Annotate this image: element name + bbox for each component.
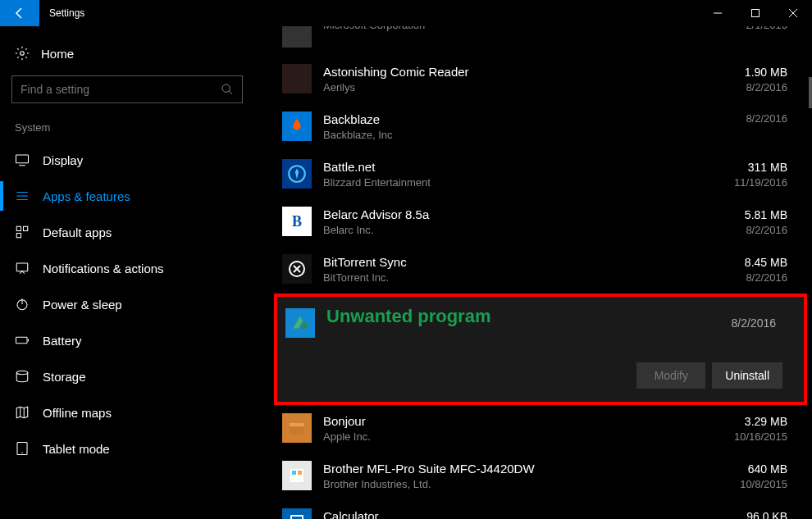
modify-button: Modify <box>636 362 705 389</box>
app-size: 640 MB <box>700 461 787 477</box>
app-icon <box>282 508 312 519</box>
sidebar-item-label: Tablet mode <box>43 442 110 456</box>
power-icon <box>15 297 30 312</box>
svg-rect-1 <box>752 10 760 17</box>
svg-rect-31 <box>298 471 302 475</box>
sidebar-item-label: Battery <box>43 334 82 348</box>
app-row[interactable]: Astonishing Comic ReaderAerilys1.90 MB8/… <box>282 56 807 103</box>
svg-point-20 <box>16 371 28 375</box>
sidebar-item-display[interactable]: Display <box>11 142 243 178</box>
sidebar-item-tablet-mode[interactable]: Tablet mode <box>11 430 243 467</box>
sidebar-item-storage[interactable]: Storage <box>11 358 243 394</box>
sidebar-item-label: Storage <box>43 370 86 384</box>
app-name: Astonishing Comic Reader <box>323 64 700 80</box>
app-size: 1.90 MB <box>700 64 787 80</box>
app-name: Backblaze <box>323 112 700 128</box>
svg-line-6 <box>229 91 232 94</box>
app-row[interactable]: BackblazeBackblaze, Inc8/2/2016 <box>282 103 807 151</box>
search-icon <box>221 83 234 96</box>
svg-rect-7 <box>16 155 29 163</box>
app-icon <box>282 254 312 284</box>
svg-point-5 <box>222 84 230 92</box>
svg-rect-13 <box>24 226 28 230</box>
apps-icon <box>15 189 30 203</box>
svg-rect-30 <box>292 471 296 475</box>
svg-point-4 <box>21 52 25 56</box>
tablet-icon <box>15 441 30 456</box>
svg-rect-12 <box>16 226 21 230</box>
app-size: 5.81 MB <box>700 207 787 223</box>
app-name: Brother MFL-Pro Suite MFC-J4420DW <box>323 461 700 477</box>
app-date: 2/1/2016 <box>700 26 787 33</box>
search-input[interactable] <box>21 83 221 96</box>
app-publisher: Aerilys <box>323 80 700 95</box>
app-publisher: Belarc Inc. <box>323 223 700 238</box>
app-icon <box>282 461 312 490</box>
app-publisher: Blizzard Entertainment <box>323 175 700 190</box>
app-size: 3.29 MB <box>700 413 787 430</box>
app-row[interactable]: Brother MFL-Pro Suite MFC-J4420DWBrother… <box>282 453 807 500</box>
back-button[interactable] <box>0 0 39 26</box>
app-name: Bonjour <box>323 413 700 430</box>
home-link[interactable]: Home <box>11 41 243 75</box>
svg-rect-18 <box>16 337 28 344</box>
app-date: 8/2/2016 <box>700 271 787 285</box>
minimize-button[interactable] <box>699 0 737 26</box>
app-publisher: Brother Industries, Ltd. <box>323 477 700 492</box>
app-row[interactable]: Microsoft Corporation2/1/2016 <box>282 26 807 56</box>
sidebar-group-label: System <box>11 121 243 134</box>
app-icon <box>282 64 312 93</box>
app-name: Battle.net <box>323 159 700 175</box>
app-row[interactable]: BitTorrent SyncBitTorrent Inc.8.45 MB8/2… <box>282 246 807 294</box>
app-row[interactable]: BonjourApple Inc.3.29 MB10/16/2015 <box>282 405 807 453</box>
svg-rect-15 <box>16 263 28 271</box>
sidebar-item-offline-maps[interactable]: Offline maps <box>11 394 243 430</box>
sidebar-item-battery[interactable]: Battery <box>11 322 243 358</box>
default-apps-icon <box>15 225 30 239</box>
app-icon: B <box>282 207 312 236</box>
app-icon <box>282 159 312 189</box>
app-publisher: Backblaze, Inc <box>323 128 700 143</box>
app-row[interactable]: Unwanted program8/2/2016ModifyUninstall <box>274 294 807 405</box>
sidebar-item-label: Apps & features <box>43 189 130 203</box>
app-date: 8/2/2016 <box>700 223 787 238</box>
app-icon <box>282 26 312 48</box>
notifications-icon <box>15 261 30 275</box>
sidebar-item-label: Default apps <box>43 225 112 239</box>
app-date: 8/2/2016 <box>700 80 787 95</box>
sidebar-item-label: Notifications & actions <box>43 262 164 275</box>
search-input-container[interactable] <box>11 75 243 103</box>
maximize-button[interactable] <box>737 0 774 26</box>
app-publisher: BitTorrent Inc. <box>323 271 700 285</box>
app-name: Belarc Advisor 8.5a <box>323 207 700 223</box>
app-row[interactable]: CalculatorMicrosoft Corporation96.0 KB12… <box>282 500 807 519</box>
app-size: 96.0 KB <box>700 508 787 519</box>
sidebar-item-label: Power & sleep <box>43 298 122 312</box>
sidebar-item-notifications[interactable]: Notifications & actions <box>11 250 243 286</box>
storage-icon <box>15 369 30 384</box>
sidebar-item-power-sleep[interactable]: Power & sleep <box>11 286 243 322</box>
sidebar-item-label: Display <box>43 153 83 167</box>
app-row[interactable]: Battle.netBlizzard Entertainment311 MB11… <box>282 151 807 198</box>
app-publisher: Microsoft Corporation <box>323 26 700 33</box>
app-name: Unwanted program <box>326 308 689 325</box>
display-icon <box>15 153 30 167</box>
scrollbar-thumb[interactable] <box>809 77 812 108</box>
battery-icon <box>15 333 30 348</box>
sidebar-item-apps-features[interactable]: Apps & features <box>11 178 243 214</box>
maps-icon <box>15 405 30 420</box>
app-date: 11/19/2016 <box>700 175 787 190</box>
uninstall-button[interactable]: Uninstall <box>712 362 782 389</box>
sidebar-item-default-apps[interactable]: Default apps <box>11 214 243 250</box>
sidebar-item-label: Offline maps <box>43 406 112 420</box>
app-icon <box>285 308 315 338</box>
app-icon <box>282 112 312 141</box>
app-size: 311 MB <box>700 159 787 175</box>
app-size: 8.45 MB <box>700 254 787 271</box>
close-button[interactable] <box>774 0 812 26</box>
svg-rect-14 <box>16 234 21 238</box>
app-row[interactable]: BBelarc Advisor 8.5aBelarc Inc.5.81 MB8/… <box>282 198 807 246</box>
app-date: 8/2/2016 <box>700 112 787 126</box>
app-publisher: Apple Inc. <box>323 430 700 444</box>
app-date: 10/16/2015 <box>700 430 787 444</box>
